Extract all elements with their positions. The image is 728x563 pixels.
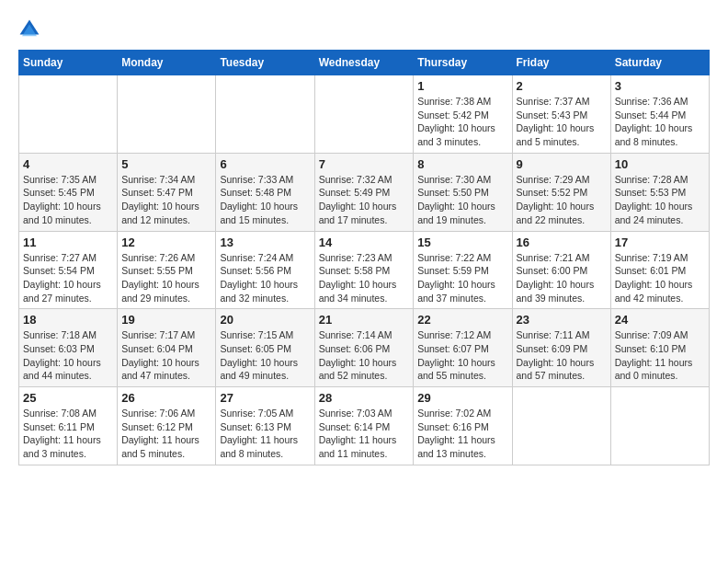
day-info: Sunrise: 7:05 AM Sunset: 6:13 PM Dayligh… (220, 407, 310, 461)
day-cell: 27Sunrise: 7:05 AM Sunset: 6:13 PM Dayli… (216, 387, 314, 465)
day-number: 7 (319, 157, 410, 171)
day-info: Sunrise: 7:19 AM Sunset: 6:01 PM Dayligh… (615, 251, 705, 305)
day-number: 20 (220, 313, 310, 327)
day-info: Sunrise: 7:26 AM Sunset: 5:55 PM Dayligh… (121, 251, 211, 305)
day-cell: 13Sunrise: 7:24 AM Sunset: 5:56 PM Dayli… (216, 231, 314, 309)
day-info: Sunrise: 7:28 AM Sunset: 5:53 PM Dayligh… (615, 173, 705, 227)
day-number: 18 (23, 313, 113, 327)
day-number: 6 (220, 157, 310, 171)
day-cell: 16Sunrise: 7:21 AM Sunset: 6:00 PM Dayli… (512, 231, 610, 309)
day-cell: 10Sunrise: 7:28 AM Sunset: 5:53 PM Dayli… (610, 153, 709, 231)
day-info: Sunrise: 7:33 AM Sunset: 5:48 PM Dayligh… (220, 173, 310, 227)
weekday-header-wednesday: Wednesday (314, 51, 414, 75)
day-number: 28 (319, 391, 410, 405)
day-cell: 9Sunrise: 7:29 AM Sunset: 5:52 PM Daylig… (512, 153, 610, 231)
day-cell: 28Sunrise: 7:03 AM Sunset: 6:14 PM Dayli… (314, 387, 414, 465)
day-cell: 15Sunrise: 7:22 AM Sunset: 5:59 PM Dayli… (414, 231, 512, 309)
day-cell: 20Sunrise: 7:15 AM Sunset: 6:05 PM Dayli… (216, 309, 314, 387)
day-number: 23 (517, 313, 607, 327)
day-number: 21 (319, 313, 410, 327)
day-cell: 8Sunrise: 7:30 AM Sunset: 5:50 PM Daylig… (414, 153, 512, 231)
day-cell: 11Sunrise: 7:27 AM Sunset: 5:54 PM Dayli… (19, 231, 118, 309)
day-cell: 2Sunrise: 7:37 AM Sunset: 5:43 PM Daylig… (512, 75, 610, 154)
day-info: Sunrise: 7:32 AM Sunset: 5:49 PM Dayligh… (319, 173, 410, 227)
day-info: Sunrise: 7:02 AM Sunset: 6:16 PM Dayligh… (417, 407, 507, 461)
day-info: Sunrise: 7:21 AM Sunset: 6:00 PM Dayligh… (517, 251, 607, 305)
day-number: 9 (517, 157, 607, 171)
week-row-5: 25Sunrise: 7:08 AM Sunset: 6:11 PM Dayli… (19, 387, 710, 465)
calendar: SundayMondayTuesdayWednesdayThursdayFrid… (18, 50, 710, 465)
day-cell: 21Sunrise: 7:14 AM Sunset: 6:06 PM Dayli… (314, 309, 414, 387)
logo (18, 18, 44, 40)
day-info: Sunrise: 7:18 AM Sunset: 6:03 PM Dayligh… (23, 328, 113, 383)
day-cell: 17Sunrise: 7:19 AM Sunset: 6:01 PM Dayli… (610, 231, 709, 309)
day-cell: 18Sunrise: 7:18 AM Sunset: 6:03 PM Dayli… (19, 309, 118, 387)
day-cell: 6Sunrise: 7:33 AM Sunset: 5:48 PM Daylig… (216, 153, 314, 231)
day-cell (19, 75, 118, 154)
week-row-1: 1Sunrise: 7:38 AM Sunset: 5:42 PM Daylig… (19, 75, 710, 154)
week-row-4: 18Sunrise: 7:18 AM Sunset: 6:03 PM Dayli… (19, 309, 710, 387)
day-number: 15 (417, 236, 507, 249)
day-number: 14 (319, 236, 410, 249)
day-cell (118, 75, 216, 154)
day-number: 2 (517, 79, 607, 93)
day-number: 4 (23, 157, 113, 171)
logo-icon (18, 18, 40, 40)
day-cell: 14Sunrise: 7:23 AM Sunset: 5:58 PM Dayli… (314, 231, 414, 309)
day-cell: 24Sunrise: 7:09 AM Sunset: 6:10 PM Dayli… (610, 309, 709, 387)
day-cell: 22Sunrise: 7:12 AM Sunset: 6:07 PM Dayli… (414, 309, 512, 387)
day-number: 29 (417, 391, 507, 405)
day-number: 13 (220, 236, 310, 249)
day-cell: 25Sunrise: 7:08 AM Sunset: 6:11 PM Dayli… (19, 387, 118, 465)
day-info: Sunrise: 7:30 AM Sunset: 5:50 PM Dayligh… (417, 173, 507, 227)
day-number: 25 (23, 391, 113, 405)
day-info: Sunrise: 7:12 AM Sunset: 6:07 PM Dayligh… (417, 328, 507, 383)
day-number: 8 (417, 157, 507, 171)
day-info: Sunrise: 7:34 AM Sunset: 5:47 PM Dayligh… (121, 173, 211, 227)
day-cell (216, 75, 314, 154)
day-cell: 7Sunrise: 7:32 AM Sunset: 5:49 PM Daylig… (314, 153, 414, 231)
page-header (18, 18, 710, 40)
day-cell: 5Sunrise: 7:34 AM Sunset: 5:47 PM Daylig… (118, 153, 216, 231)
day-number: 27 (220, 391, 310, 405)
day-info: Sunrise: 7:29 AM Sunset: 5:52 PM Dayligh… (517, 173, 607, 227)
day-number: 24 (615, 313, 705, 327)
day-number: 10 (615, 157, 705, 171)
day-cell (314, 75, 414, 154)
day-info: Sunrise: 7:09 AM Sunset: 6:10 PM Dayligh… (615, 328, 705, 383)
day-info: Sunrise: 7:06 AM Sunset: 6:12 PM Dayligh… (121, 407, 211, 461)
day-number: 3 (615, 79, 705, 93)
day-cell: 3Sunrise: 7:36 AM Sunset: 5:44 PM Daylig… (610, 75, 709, 154)
day-info: Sunrise: 7:37 AM Sunset: 5:43 PM Dayligh… (517, 95, 607, 149)
weekday-header-row: SundayMondayTuesdayWednesdayThursdayFrid… (19, 51, 710, 75)
day-number: 19 (121, 313, 211, 327)
weekday-header-sunday: Sunday (19, 51, 118, 75)
weekday-header-thursday: Thursday (414, 51, 512, 75)
day-number: 16 (517, 236, 607, 249)
day-cell: 23Sunrise: 7:11 AM Sunset: 6:09 PM Dayli… (512, 309, 610, 387)
day-number: 5 (121, 157, 211, 171)
week-row-2: 4Sunrise: 7:35 AM Sunset: 5:45 PM Daylig… (19, 153, 710, 231)
weekday-header-friday: Friday (512, 51, 610, 75)
day-number: 12 (121, 236, 211, 249)
day-info: Sunrise: 7:15 AM Sunset: 6:05 PM Dayligh… (220, 328, 310, 383)
day-cell: 26Sunrise: 7:06 AM Sunset: 6:12 PM Dayli… (118, 387, 216, 465)
weekday-header-tuesday: Tuesday (216, 51, 314, 75)
day-info: Sunrise: 7:27 AM Sunset: 5:54 PM Dayligh… (23, 251, 113, 305)
day-cell: 4Sunrise: 7:35 AM Sunset: 5:45 PM Daylig… (19, 153, 118, 231)
weekday-header-monday: Monday (118, 51, 216, 75)
day-number: 22 (417, 313, 507, 327)
day-info: Sunrise: 7:08 AM Sunset: 6:11 PM Dayligh… (23, 407, 113, 461)
day-number: 11 (23, 236, 113, 249)
day-cell: 1Sunrise: 7:38 AM Sunset: 5:42 PM Daylig… (414, 75, 512, 154)
day-number: 26 (121, 391, 211, 405)
day-info: Sunrise: 7:03 AM Sunset: 6:14 PM Dayligh… (319, 407, 410, 461)
day-cell: 29Sunrise: 7:02 AM Sunset: 6:16 PM Dayli… (414, 387, 512, 465)
day-info: Sunrise: 7:36 AM Sunset: 5:44 PM Dayligh… (615, 95, 705, 149)
week-row-3: 11Sunrise: 7:27 AM Sunset: 5:54 PM Dayli… (19, 231, 710, 309)
day-info: Sunrise: 7:35 AM Sunset: 5:45 PM Dayligh… (23, 173, 113, 227)
day-info: Sunrise: 7:23 AM Sunset: 5:58 PM Dayligh… (319, 251, 410, 305)
day-info: Sunrise: 7:14 AM Sunset: 6:06 PM Dayligh… (319, 328, 410, 383)
day-number: 17 (615, 236, 705, 249)
day-cell (512, 387, 610, 465)
